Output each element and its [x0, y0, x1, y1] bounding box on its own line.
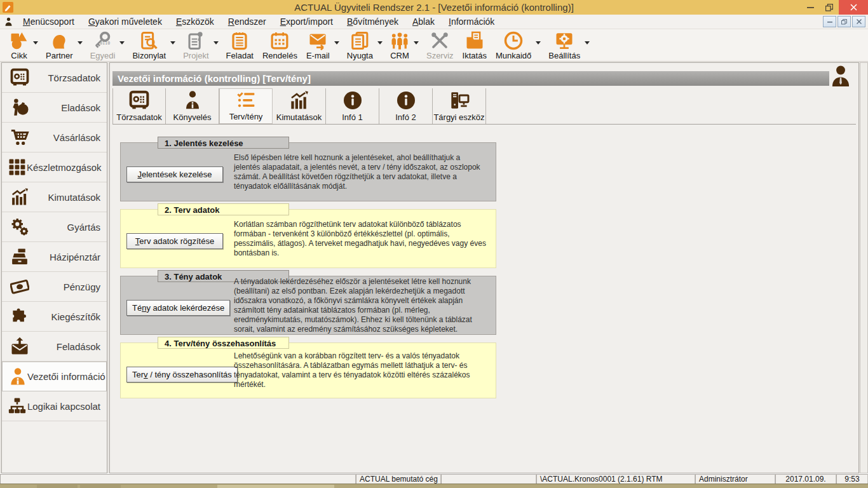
sidebar-item-vasarlasok[interactable]: Vásárlások — [2, 123, 107, 152]
document-pin-icon — [186, 31, 205, 50]
menu-ablak[interactable]: Ablak — [405, 15, 442, 29]
taskbar-segment — [80, 485, 121, 488]
teny-adatok-lekerdezese-button[interactable]: Tény adatok lekérdezése — [126, 300, 230, 316]
tab-info-1[interactable]: Infó 1 — [326, 88, 379, 124]
tab-label: Kimutatások — [276, 112, 322, 122]
menu-menucsoport[interactable]: Menücsoport — [16, 15, 81, 29]
sidebar-item-feladasok[interactable]: Feladások — [2, 332, 107, 362]
toolbar-item-rendeles[interactable]: Rendelés — [258, 29, 302, 60]
sidebar-label: Házipénztár — [50, 252, 107, 262]
toolbar-item-projekt[interactable]: Projekt — [179, 29, 213, 60]
munkaido-dropdown-icon[interactable] — [536, 41, 541, 44]
salesperson-icon — [8, 98, 32, 117]
toolbar-item-munkaido[interactable]: Munkaidő — [491, 29, 536, 60]
right-scroll-strip[interactable] — [860, 62, 868, 473]
tab-info-2[interactable]: Infó 2 — [379, 88, 433, 124]
menu-informaciok[interactable]: Információk — [442, 15, 501, 29]
bar-chart-icon — [8, 187, 32, 207]
toolbar-item-feladat[interactable]: Feladat — [222, 29, 258, 60]
toolbar-item-partner[interactable]: Partner — [41, 29, 78, 60]
toolbar-item-szerviz[interactable]: Szerviz — [422, 29, 458, 60]
toolbar-item-nyugta[interactable]: Nyugta — [342, 29, 377, 60]
jelentesek-kezelese-button[interactable]: Jelentések kezelése — [126, 166, 223, 182]
beallitas-dropdown-icon[interactable] — [585, 41, 590, 44]
mdi-minimize-icon[interactable] — [823, 16, 836, 27]
person-info-icon — [182, 90, 203, 111]
calendar-icon — [270, 31, 289, 50]
egyedi-dropdown-icon[interactable] — [119, 41, 125, 44]
document-magnifier-icon — [140, 31, 159, 50]
menu-gyakori-muveletek[interactable]: Gyakori műveletek — [81, 15, 169, 29]
taskbar-segment — [217, 485, 334, 488]
terv-teny-osszehasonlitas-button[interactable]: Terv / tény összehasonlítás — [126, 367, 238, 383]
info-icon — [396, 90, 416, 111]
toolbar-item-beallitas[interactable]: Beállítás — [544, 29, 585, 60]
email-dropdown-icon[interactable] — [334, 41, 339, 44]
content-area: 1. Jelentés kezelése Jelentések kezelése… — [110, 124, 858, 473]
section-title: 2. Terv adatok — [158, 203, 289, 215]
partner-dropdown-icon[interactable] — [78, 41, 83, 44]
page-title: Vezetői információ (kontrolling) [Terv/t… — [112, 71, 829, 86]
menu-rendszer[interactable]: Rendszer — [221, 15, 273, 29]
section-title: 1. Jelentés kezelése — [158, 137, 289, 149]
menu-export-import[interactable]: Export/import — [273, 15, 340, 29]
tab-terv-teny[interactable]: Terv/tény — [219, 88, 273, 124]
status-time: 9:53 — [836, 474, 868, 484]
sidebar-item-vezetoi-informacio[interactable]: Vezetői információ — [2, 362, 107, 391]
tab-konyveles[interactable]: Könyvelés — [166, 88, 219, 124]
sidebar-item-kimutatasok[interactable]: Kimutatások — [2, 182, 107, 212]
toolbar-item-cikk[interactable]: Cikk — [5, 29, 33, 60]
sidebar-item-keszletmozgasok[interactable]: Készletmozgások — [2, 152, 107, 182]
sidebar-item-gyartas[interactable]: Gyártás — [2, 212, 107, 242]
sidebar-item-kiegeszitok[interactable]: Kiegészítők — [2, 302, 107, 332]
crm-dropdown-icon[interactable] — [414, 41, 419, 44]
cash-register-icon — [8, 247, 32, 266]
menu-person-icon — [4, 17, 13, 27]
cikk-dropdown-icon[interactable] — [33, 41, 38, 44]
sidebar-label: Törzsadatok — [48, 72, 107, 83]
tab-label: Infó 2 — [395, 112, 416, 122]
toolbar-label: Bizonylat — [132, 51, 166, 60]
sidebar-item-logikai-kapcsolat[interactable]: Logikai kapcsolat — [2, 391, 107, 421]
menu-eszkozok[interactable]: Eszközök — [169, 15, 221, 29]
sidebar-item-hazipenztar[interactable]: Házipénztár — [2, 242, 107, 272]
menu-bovitmenyek[interactable]: Bővítmények — [340, 15, 405, 29]
toolbar-item-crm[interactable]: CRM — [386, 29, 414, 60]
close-icon[interactable] — [839, 0, 868, 15]
sidebar-item-eladasok[interactable]: Eladások — [2, 93, 107, 123]
mdi-close-icon[interactable] — [852, 16, 865, 27]
sidebar-label: Vezetői információ — [27, 371, 112, 382]
tab-kimutatasok[interactable]: Kimutatások — [273, 88, 326, 124]
status-date: 2017.01.09. — [775, 474, 836, 484]
bizonylat-dropdown-icon[interactable] — [170, 41, 175, 44]
tab-torzsadatok[interactable]: Törzsadatok — [112, 88, 166, 124]
section-terv-teny-osszehasonlitas: 4. Terv/tény összehasonlítás Terv / tény… — [120, 342, 496, 398]
sidebar-label: Kiegészítők — [51, 311, 107, 322]
section-description: A tényadatok lekérdezéséhez először a je… — [234, 277, 488, 334]
app-icon — [3, 2, 13, 13]
toolbar-item-bizonylat[interactable]: Bizonylat — [128, 29, 170, 60]
section-description: Lehetőségünk van a korábban rögzített te… — [234, 351, 488, 390]
envelope-up-arrow-icon — [8, 337, 32, 356]
mdi-restore-icon[interactable] — [837, 16, 851, 27]
sidebar-label: Vásárlások — [53, 132, 107, 143]
minimize-icon[interactable] — [801, 0, 820, 15]
sidebar-label: Pénzügy — [64, 281, 107, 292]
sidebar-label: Kimutatások — [48, 192, 107, 203]
toolbar-item-egyedi[interactable]: 0110 Egyedi — [86, 29, 120, 60]
svg-text:0110: 0110 — [100, 41, 110, 46]
folder-document-icon — [465, 31, 484, 50]
menu-bar: Menücsoport Gyakori műveletek Eszközök R… — [0, 15, 868, 29]
tab-targyi-eszkoz[interactable]: Tárgyi eszköz — [433, 88, 486, 124]
banknote-icon — [8, 277, 32, 296]
restore-icon[interactable] — [820, 0, 839, 15]
sidebar-item-torzsadatok[interactable]: Törzsadatok — [2, 63, 107, 93]
sidebar-item-penzugy[interactable]: Pénzügy — [2, 272, 107, 302]
shapes-icon — [10, 31, 29, 50]
toolbar-item-iktatas[interactable]: Iktatás — [458, 29, 491, 60]
nyugta-dropdown-icon[interactable] — [377, 41, 383, 44]
projekt-dropdown-icon[interactable] — [214, 41, 219, 44]
current-user-icon[interactable] — [829, 65, 853, 88]
terv-adatok-rogzitese-button[interactable]: Terv adatok rögzítése — [126, 233, 223, 249]
toolbar-item-email[interactable]: E-mail — [302, 29, 334, 60]
